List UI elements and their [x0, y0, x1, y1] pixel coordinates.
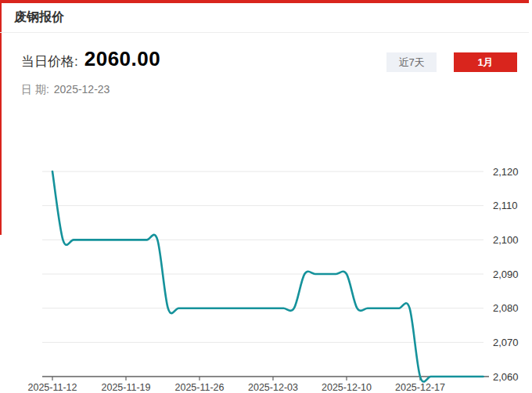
y-axis-label: 2,090	[493, 269, 519, 280]
chart-canvas: 2,1202,1102,1002,0902,0802,0702,0602025-…	[0, 157, 532, 393]
page-title: 废钢报价	[14, 9, 64, 26]
date-label: 日 期:	[21, 83, 49, 96]
x-axis-label: 2025-11-12	[27, 382, 77, 393]
price-value: 2060.00	[84, 47, 160, 71]
date-row: 日 期:2025-12-23	[21, 83, 110, 97]
y-axis-label: 2,060	[493, 371, 519, 383]
y-axis-label: 2,110	[493, 200, 518, 211]
y-axis-label: 2,100	[493, 234, 519, 246]
range-button-7days[interactable]: 近7天	[386, 52, 437, 72]
range-button-1month[interactable]: 1月	[454, 52, 517, 72]
y-axis-label: 2,080	[493, 302, 519, 314]
date-value: 2025-12-23	[54, 83, 110, 96]
x-axis-label: 2025-11-19	[101, 382, 150, 393]
header-divider	[0, 32, 529, 33]
y-axis-label: 2,120	[493, 166, 519, 178]
current-price-row: 当日价格: 2060.00	[21, 47, 160, 71]
y-axis-label: 2,070	[493, 337, 519, 348]
top-accent-bar	[0, 0, 529, 3]
x-axis-label: 2025-12-17	[395, 382, 445, 393]
x-axis-label: 2025-11-26	[174, 382, 224, 393]
x-axis-label: 2025-12-10	[322, 382, 372, 393]
price-line-chart: 2,1202,1102,1002,0902,0802,0702,0602025-…	[0, 157, 532, 393]
x-axis-label: 2025-12-03	[248, 382, 298, 393]
price-line	[52, 171, 483, 381]
price-label: 当日价格:	[21, 52, 78, 70]
